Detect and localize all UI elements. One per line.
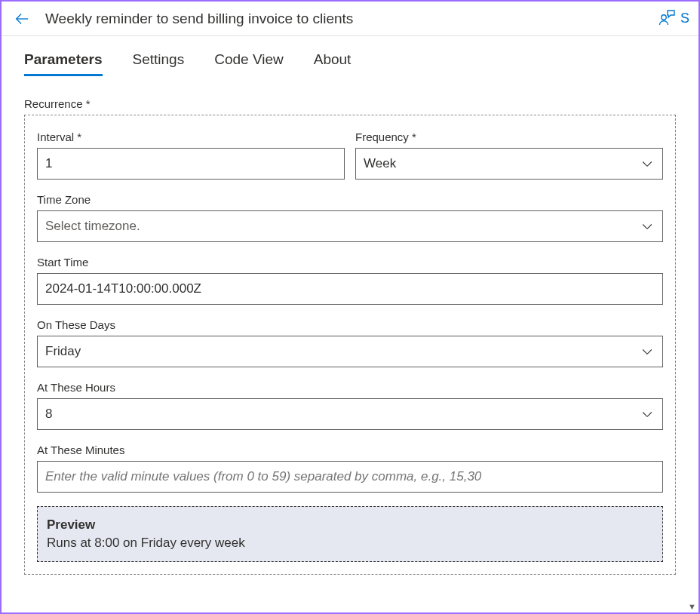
content-area: Parameters Settings Code View About Recu… <box>2 36 698 597</box>
truncated-text: S <box>680 11 689 26</box>
page-title: Weekly reminder to send billing invoice … <box>45 11 353 27</box>
at-hours-value: 8 <box>45 407 640 422</box>
preview-panel: Preview Runs at 8:00 on Friday every wee… <box>37 506 663 562</box>
tab-parameters[interactable]: Parameters <box>24 51 103 76</box>
tab-bar: Parameters Settings Code View About <box>24 51 676 76</box>
back-button[interactable] <box>11 8 33 30</box>
arrow-left-icon <box>14 11 30 27</box>
tab-settings[interactable]: Settings <box>133 51 185 76</box>
on-days-select[interactable]: Friday <box>37 336 663 367</box>
preview-title: Preview <box>47 517 653 533</box>
timezone-placeholder: Select timezone. <box>45 219 640 234</box>
chevron-down-icon <box>640 344 655 359</box>
frequency-value: Week <box>364 156 640 171</box>
interval-label: Interval * <box>37 130 345 143</box>
chevron-down-icon <box>640 219 655 234</box>
svg-point-1 <box>662 14 666 19</box>
header-actions: S <box>655 5 689 32</box>
at-minutes-label: At These Minutes <box>37 444 663 456</box>
recurrence-fieldset: Interval * Frequency * Week Time Zone Se… <box>24 115 676 575</box>
tab-code-view[interactable]: Code View <box>214 51 284 76</box>
at-minutes-input[interactable] <box>37 461 663 493</box>
frequency-label: Frequency * <box>355 130 663 143</box>
main-scroll[interactable]: Parameters Settings Code View About Recu… <box>2 36 698 611</box>
at-hours-select[interactable]: 8 <box>37 398 663 430</box>
at-hours-label: At These Hours <box>37 381 663 394</box>
frequency-select[interactable]: Week <box>355 148 663 180</box>
page-header: Weekly reminder to send billing invoice … <box>2 2 698 36</box>
on-days-value: Friday <box>45 344 640 359</box>
chevron-down-icon <box>640 156 655 171</box>
start-time-label: Start Time <box>37 256 663 269</box>
preview-text: Runs at 8:00 on Friday every week <box>47 536 653 551</box>
person-feedback-icon <box>658 8 676 26</box>
timezone-select[interactable]: Select timezone. <box>37 210 663 242</box>
chevron-down-icon <box>640 407 655 422</box>
start-time-input[interactable] <box>37 273 663 305</box>
on-days-label: On These Days <box>37 318 663 331</box>
feedback-button[interactable] <box>655 5 679 32</box>
interval-input[interactable] <box>37 148 345 180</box>
recurrence-section-label: Recurrence * <box>24 97 676 110</box>
tab-about[interactable]: About <box>314 51 352 76</box>
timezone-label: Time Zone <box>37 193 663 206</box>
